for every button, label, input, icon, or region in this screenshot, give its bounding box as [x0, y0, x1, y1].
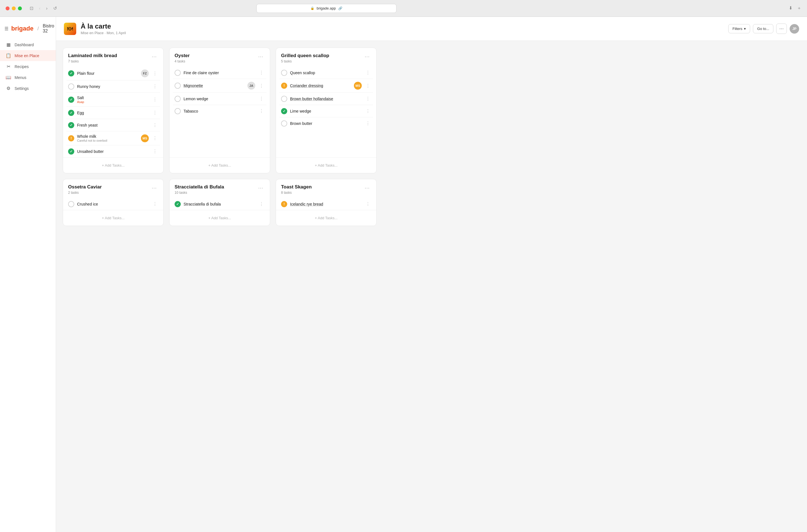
page-header: 🍽 À la carte Mise en Place · Mon, 1 Apri…: [56, 17, 807, 41]
task-more-button[interactable]: ⋮: [258, 70, 265, 76]
task-checkbox[interactable]: [68, 122, 74, 128]
task-more-button[interactable]: ⋮: [152, 96, 158, 103]
url-text: brigade.app: [317, 6, 336, 11]
add-tasks-button[interactable]: + Add Tasks...: [173, 214, 266, 222]
task-content: Icelandic rye bread: [290, 202, 362, 206]
task-checkbox[interactable]: [68, 70, 74, 76]
column-menu-button[interactable]: ⋯: [150, 53, 158, 60]
add-tasks-button[interactable]: + Add Tasks...: [173, 162, 266, 169]
minimize-button[interactable]: [12, 6, 16, 11]
task-checkbox[interactable]: [175, 96, 181, 102]
filters-button[interactable]: Filters ▾: [728, 24, 750, 33]
task-checkbox[interactable]: [175, 201, 181, 207]
sidebar-item-menus[interactable]: 📖 Menus: [0, 72, 56, 83]
task-more-button[interactable]: ⋮: [258, 108, 265, 114]
sidebar-toggle-button[interactable]: ⊡: [29, 4, 35, 12]
task-more-button[interactable]: ⋮: [152, 201, 158, 207]
task-more-button[interactable]: ⋮: [365, 120, 371, 127]
sidebar-item-settings[interactable]: ⚙ Settings: [0, 83, 56, 94]
maximize-button[interactable]: [18, 6, 22, 11]
task-checkbox[interactable]: [281, 82, 287, 89]
column-menu-button[interactable]: ⋯: [256, 184, 265, 191]
sidebar-label-dashboard: Dashboard: [15, 42, 34, 47]
sidebar-item-dashboard[interactable]: ▦ Dashboard: [0, 39, 56, 50]
add-tasks-button[interactable]: + Add Tasks...: [67, 162, 160, 169]
task-more-button[interactable]: ⋮: [258, 201, 265, 207]
sidebar-item-recipes[interactable]: ✂ Recipes: [0, 61, 56, 72]
task-list: Stracciatella di bufala ⋮: [169, 198, 270, 210]
task-name: Salt: [77, 95, 149, 100]
task-more-button[interactable]: ⋮: [152, 122, 158, 128]
add-tasks-button[interactable]: + Add Tasks...: [280, 214, 372, 222]
column-menu-button[interactable]: ⋯: [150, 184, 158, 191]
task-assignee: JA: [247, 82, 255, 90]
address-bar[interactable]: 🔒 brigade.app 🔗: [256, 4, 397, 13]
task-checkbox[interactable]: [175, 70, 181, 76]
task-checkbox[interactable]: [281, 96, 287, 102]
task-name: Coriander dressing: [290, 83, 351, 88]
task-checkbox[interactable]: [68, 148, 74, 155]
task-name: Fine de claire oyster: [184, 71, 255, 75]
column-header-toast-skagen: Toast Skagen 8 tasks ⋯: [276, 179, 376, 198]
task-checkbox[interactable]: [281, 120, 287, 127]
task-item: Unsalted butter ⋮: [67, 145, 160, 157]
task-more-button[interactable]: ⋮: [152, 110, 158, 116]
task-item: Egg ⋮: [67, 107, 160, 119]
column-title: Grilled queen scallop: [281, 53, 329, 58]
sidebar-label-settings: Settings: [15, 86, 29, 91]
goto-button[interactable]: Go to...: [753, 24, 773, 33]
task-more-button[interactable]: ⋮: [152, 135, 158, 141]
hamburger-icon[interactable]: ☰: [4, 26, 8, 31]
task-item: Fine de claire oyster ⋮: [173, 66, 267, 79]
task-checkbox[interactable]: [68, 83, 74, 90]
task-more-button[interactable]: ⋮: [152, 83, 158, 90]
task-checkbox[interactable]: [68, 110, 74, 116]
add-tasks-button[interactable]: + Add Tasks...: [280, 162, 372, 169]
task-more-button[interactable]: ⋮: [152, 70, 158, 77]
sidebar-item-mise-en-place[interactable]: 📋 Mise en Place: [0, 50, 56, 61]
sidebar-label-mise-en-place: Mise en Place: [15, 54, 39, 58]
app-container: ☰ brigade / Bistro 32 ▦ Dashboard 📋 Mise…: [0, 17, 807, 532]
page-more-button[interactable]: ⋯: [776, 23, 787, 34]
task-checkbox[interactable]: [175, 82, 181, 89]
task-more-button[interactable]: ⋮: [152, 148, 158, 155]
board-container[interactable]: Laminated milk bread 7 tasks ⋯ Plain flo…: [56, 41, 807, 532]
task-checkbox[interactable]: [281, 70, 287, 76]
menus-icon: 📖: [6, 75, 11, 80]
column-ossetra-caviar: Ossetra Caviar 2 tasks ⋯ Crushed ice ⋮: [63, 179, 164, 226]
column-menu-button[interactable]: ⋯: [363, 53, 371, 60]
back-button[interactable]: ‹: [38, 4, 41, 12]
sidebar-label-menus: Menus: [15, 75, 26, 80]
add-tasks-button[interactable]: + Add Tasks...: [67, 214, 160, 222]
column-title: Oyster: [175, 53, 190, 58]
traffic-lights: [6, 6, 22, 11]
task-content: Plain flour: [77, 71, 138, 76]
task-content: Queen scallop: [290, 71, 362, 75]
task-content: Fresh yeast: [77, 123, 149, 127]
column-count: 7 tasks: [68, 59, 117, 63]
task-more-button[interactable]: ⋮: [258, 95, 265, 102]
new-tab-icon[interactable]: ＋: [797, 5, 801, 11]
task-checkbox[interactable]: [68, 201, 74, 207]
task-name: Stracciatella di bufala: [184, 202, 255, 206]
task-checkbox[interactable]: [175, 108, 181, 114]
task-more-button[interactable]: ⋮: [365, 82, 371, 89]
forward-button[interactable]: ›: [45, 4, 49, 12]
task-more-button[interactable]: ⋮: [365, 70, 371, 76]
task-name: Mignonette: [184, 83, 245, 88]
task-list: Crushed ice ⋮: [63, 198, 163, 210]
task-checkbox[interactable]: [68, 97, 74, 103]
task-more-button[interactable]: ⋮: [258, 82, 265, 89]
task-checkbox[interactable]: [68, 135, 74, 141]
column-menu-button[interactable]: ⋯: [363, 184, 371, 191]
column-header-grilled-queen-scallop: Grilled queen scallop 5 tasks ⋯: [276, 48, 376, 66]
task-checkbox[interactable]: [281, 201, 287, 207]
close-button[interactable]: [6, 6, 10, 11]
task-more-button[interactable]: ⋮: [365, 95, 371, 102]
refresh-button[interactable]: ↺: [52, 4, 58, 12]
download-icon[interactable]: ⬇: [789, 5, 792, 11]
task-checkbox[interactable]: [281, 108, 287, 114]
task-more-button[interactable]: ⋮: [365, 201, 371, 207]
column-menu-button[interactable]: ⋯: [256, 53, 265, 60]
task-more-button[interactable]: ⋮: [365, 108, 371, 114]
